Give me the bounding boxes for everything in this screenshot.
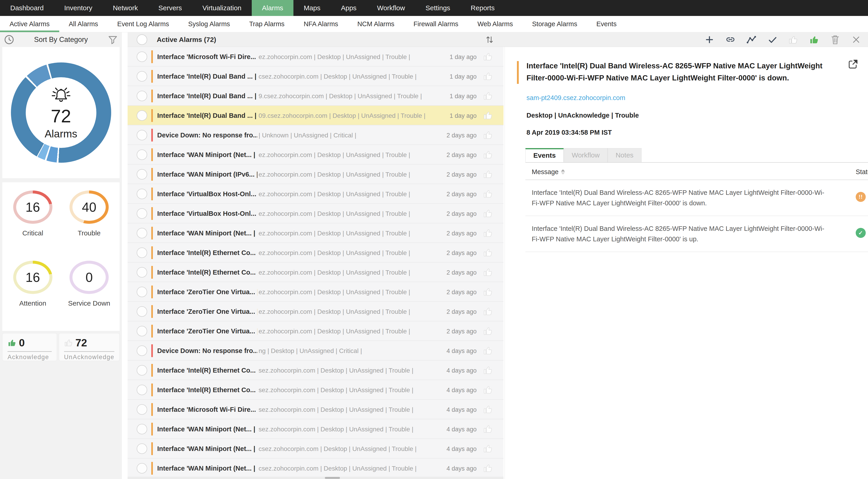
row-thumbs-up-icon[interactable] [483,110,493,120]
unacknowledge-thumb-icon[interactable] [788,34,799,45]
subnav-item[interactable]: NFA Alarms [294,16,348,32]
message-column-header[interactable]: Message [532,168,565,176]
alarm-row[interactable]: Interface 'WAN Miniport (Net... | ez.zoh… [128,145,503,164]
alarm-row[interactable]: Interface 'Microsoft Wi-Fi Dire... | ez.… [128,47,503,66]
row-checkbox[interactable] [137,287,147,297]
row-checkbox[interactable] [137,208,147,219]
event-row[interactable]: Interface 'Intel(R) Dual Band Wireless-A… [525,180,868,216]
subnav-item[interactable]: Trap Alarms [240,16,294,32]
row-thumbs-up-icon[interactable] [483,424,493,434]
activity-icon[interactable] [746,34,757,45]
severity-ring[interactable]: 16 Attention [5,261,61,331]
row-checkbox[interactable] [137,385,147,395]
unacknowledge-cell[interactable]: 72 UnAcknowledge [59,333,120,361]
row-checkbox[interactable] [137,91,147,101]
row-checkbox[interactable] [137,228,147,238]
row-checkbox[interactable] [137,463,147,474]
device-link[interactable]: sam-pt2409.csez.zohocorpin.com [527,94,868,102]
subnav-item[interactable]: Firewall Alarms [404,16,468,32]
check-icon[interactable] [767,34,778,45]
row-thumbs-up-icon[interactable] [483,247,493,258]
row-checkbox[interactable] [137,169,147,180]
alarm-row[interactable]: Interface 'WAN Miniport (Net... | csez.z… [128,439,503,458]
row-thumbs-up-icon[interactable] [483,71,493,81]
subnav-item[interactable]: Web Alarms [468,16,523,32]
row-thumbs-up-icon[interactable] [483,169,493,179]
row-thumbs-up-icon[interactable] [483,52,493,62]
top-nav-item[interactable]: Settings [415,0,460,16]
row-thumbs-up-icon[interactable] [483,385,493,395]
row-checkbox[interactable] [137,189,147,199]
alarm-row[interactable]: Interface 'Intel(R) Ethernet Co... | ez.… [128,243,503,263]
row-thumbs-up-icon[interactable] [483,346,493,356]
subnav-item[interactable]: Syslog Alarms [179,16,240,32]
sort-order-icon[interactable] [484,34,495,45]
subnav-item[interactable]: Storage Alarms [523,16,587,32]
subnav-item[interactable]: All Alarms [59,16,108,32]
row-checkbox[interactable] [137,306,147,317]
alarm-row[interactable]: Interface 'Intel(R) Dual Band ... | 09.c… [128,106,503,125]
row-thumbs-up-icon[interactable] [483,267,493,277]
row-thumbs-up-icon[interactable] [483,208,493,218]
row-checkbox[interactable] [137,346,147,356]
row-checkbox[interactable] [137,404,147,415]
alarm-row[interactable]: Device Down: No response fro... | ng | D… [128,341,503,360]
row-checkbox[interactable] [137,247,147,258]
severity-ring[interactable]: 0 Service Down [61,261,118,331]
top-nav-item[interactable]: Workflow [367,0,415,16]
row-checkbox[interactable] [137,149,147,160]
alarm-row[interactable]: Interface 'VirtualBox Host-Onl... | ez.z… [128,204,503,223]
top-nav-item[interactable]: Apps [331,0,367,16]
acknowledge-cell[interactable]: 0 Acknowledge [2,333,57,361]
row-thumbs-up-icon[interactable] [483,463,493,473]
top-nav-item[interactable]: Servers [148,0,192,16]
alarm-row[interactable]: Interface 'Intel(R) Ethernet Co... | sez… [128,380,503,400]
alarm-row[interactable]: Interface 'Microsoft Wi-Fi Dire... | sez… [128,400,503,419]
row-thumbs-up-icon[interactable] [483,189,493,199]
row-checkbox[interactable] [137,110,147,121]
history-clock-icon[interactable] [4,34,14,45]
row-thumbs-up-icon[interactable] [483,228,493,238]
delete-trash-icon[interactable] [830,34,841,45]
top-nav-item[interactable]: Virtualization [192,0,252,16]
row-thumbs-up-icon[interactable] [483,365,493,375]
row-thumbs-up-icon[interactable] [483,306,493,316]
alarm-row[interactable]: Interface 'WAN Miniport (Net... | csez.z… [128,458,503,478]
top-nav-item[interactable]: Reports [460,0,505,16]
row-checkbox[interactable] [137,365,147,376]
alarm-row[interactable]: Interface 'WAN Miniport (Net... | ez.zoh… [128,223,503,243]
close-icon[interactable] [851,34,862,45]
filter-icon[interactable] [107,34,118,45]
alarm-row[interactable]: Interface 'Intel(R) Ethernet Co... | ez.… [128,263,503,282]
row-thumbs-up-icon[interactable] [483,404,493,414]
event-row[interactable]: Interface 'Intel(R) Dual Band Wireless-A… [525,216,868,252]
horizontal-scrollbar-thumb[interactable] [325,477,340,479]
top-nav-item[interactable]: Maps [293,0,331,16]
detail-tab[interactable]: Events [525,148,564,162]
row-thumbs-up-icon[interactable] [483,149,493,159]
alarm-row[interactable]: Interface 'WAN Miniport (IPv6... | ez.zo… [128,164,503,184]
alarm-row[interactable]: Interface 'Intel(R) Ethernet Co... | sez… [128,360,503,380]
detail-tab[interactable]: Notes [608,148,641,162]
alarm-row[interactable]: Interface 'VirtualBox Host-Onl... | ez.z… [128,184,503,204]
row-thumbs-up-icon[interactable] [483,444,493,453]
row-thumbs-up-icon[interactable] [483,91,493,101]
top-nav-item[interactable]: Alarms [252,0,293,16]
alarms-category-donut[interactable]: 72 Alarms [11,62,111,163]
alarm-row[interactable]: Interface 'WAN Miniport (Net... | sez.zo… [128,419,503,439]
row-checkbox[interactable] [137,424,147,434]
detail-tab[interactable]: Workflow [564,148,608,162]
subnav-item[interactable]: Event Log Alarms [108,16,179,32]
row-thumbs-up-icon[interactable] [483,287,493,297]
row-thumbs-up-icon[interactable] [483,130,493,140]
alarm-row[interactable]: Interface 'ZeroTier One Virtua... | ez.z… [128,321,503,341]
link-icon[interactable] [725,34,736,45]
alarm-row[interactable]: Interface 'ZeroTier One Virtua... | ez.z… [128,282,503,302]
alarm-row[interactable]: Interface 'Intel(R) Dual Band ... | 9.cs… [128,86,503,106]
row-checkbox[interactable] [137,326,147,336]
top-nav-item[interactable]: Dashboard [0,0,54,16]
row-checkbox[interactable] [137,71,147,82]
row-checkbox[interactable] [137,52,147,62]
row-checkbox[interactable] [137,267,147,277]
severity-ring[interactable]: 40 Trouble [61,190,118,261]
